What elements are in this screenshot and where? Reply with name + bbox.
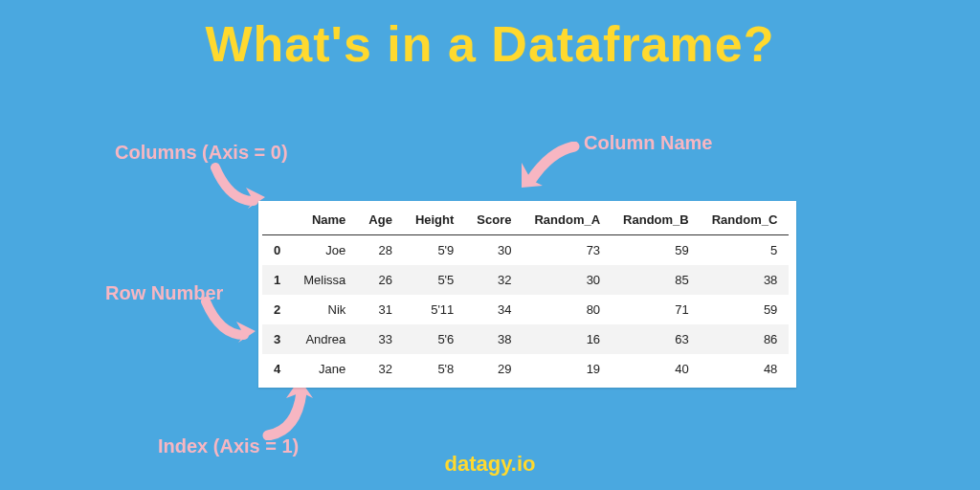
arrow-icon [517, 142, 584, 199]
cell: 85 [612, 265, 701, 295]
cell: 16 [523, 324, 612, 354]
table-row: 0 Joe 28 5'9 30 73 59 5 [262, 235, 789, 266]
cell: 80 [523, 295, 612, 324]
cell: 26 [357, 265, 404, 295]
cell: 71 [612, 295, 701, 324]
cell: Jane [292, 354, 357, 384]
cell: 5'9 [404, 235, 465, 266]
cell: 32 [465, 265, 523, 295]
cell: 73 [523, 235, 612, 266]
cell: 59 [701, 295, 790, 324]
cell: 28 [357, 235, 404, 266]
cell: 5'11 [404, 295, 465, 324]
cell: 30 [523, 265, 612, 295]
col-header: Random_A [523, 205, 612, 235]
cell: 63 [612, 324, 701, 354]
row-index: 1 [262, 265, 292, 295]
cell: 30 [465, 235, 523, 266]
page-title: What's in a Dataframe? [0, 15, 980, 73]
dataframe-table: Name Age Height Score Random_A Random_B … [262, 205, 789, 384]
cell: 19 [523, 354, 612, 384]
cell: 86 [701, 324, 790, 354]
cell: 33 [357, 324, 404, 354]
cell: 5'8 [404, 354, 465, 384]
index-header [262, 205, 292, 235]
dataframe-table-container: Name Age Height Score Random_A Random_B … [258, 201, 796, 388]
col-header: Age [357, 205, 404, 235]
cell: 59 [612, 235, 701, 266]
table-row: 2 Nik 31 5'11 34 80 71 59 [262, 295, 789, 324]
cell: 31 [357, 295, 404, 324]
cell: Andrea [292, 324, 357, 354]
col-header: Random_C [701, 205, 790, 235]
footer-brand: datagy.io [0, 452, 980, 477]
cell: 48 [701, 354, 790, 384]
arrow-icon [201, 297, 258, 345]
cell: 38 [465, 324, 523, 354]
cell: Joe [292, 235, 357, 266]
cell: Nik [292, 295, 357, 324]
annotation-column-name: Column Name [584, 132, 712, 154]
table-row: 3 Andrea 33 5'6 38 16 63 86 [262, 324, 789, 354]
cell: 5 [701, 235, 790, 266]
cell: 34 [465, 295, 523, 324]
col-header: Random_B [612, 205, 701, 235]
col-header: Height [404, 205, 465, 235]
cell: 40 [612, 354, 701, 384]
annotation-columns: Columns (Axis = 0) [115, 142, 288, 164]
cell: 5'5 [404, 265, 465, 295]
cell: 5'6 [404, 324, 465, 354]
cell: 32 [357, 354, 404, 384]
col-header: Name [292, 205, 357, 235]
col-header: Score [465, 205, 523, 235]
cell: 38 [701, 265, 790, 295]
row-index: 2 [262, 295, 292, 324]
header-row: Name Age Height Score Random_A Random_B … [262, 205, 789, 235]
table-row: 1 Melissa 26 5'5 32 30 85 38 [262, 265, 789, 295]
cell: Melissa [292, 265, 357, 295]
table-row: 4 Jane 32 5'8 29 19 40 48 [262, 354, 789, 384]
row-index: 4 [262, 354, 292, 384]
row-index: 3 [262, 324, 292, 354]
row-index: 0 [262, 235, 292, 266]
cell: 29 [465, 354, 523, 384]
